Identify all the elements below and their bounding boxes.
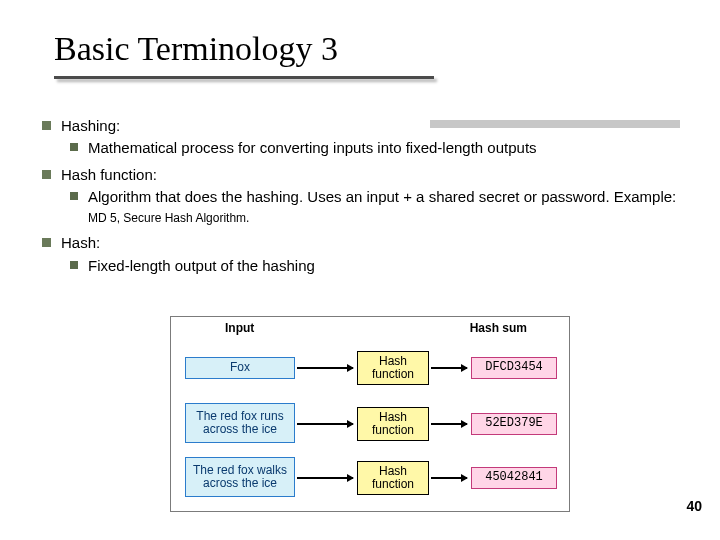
arrow-icon (431, 477, 467, 479)
square-bullet-icon (42, 121, 51, 130)
diagram-function-box: Hash function (357, 461, 429, 495)
bullet-hashfunction-def: Algorithm that does the hashing. Uses an… (70, 187, 682, 228)
bullet-hash-def: Fixed-length output of the hashing (70, 256, 682, 276)
bullet-label: Hash: (61, 233, 100, 253)
page-number: 40 (686, 498, 702, 514)
slide-title: Basic Terminology 3 (54, 30, 434, 68)
diagram-input-box: The red fox walks across the ice (185, 457, 295, 497)
bullet-text: Algorithm that does the hashing. Uses an… (88, 187, 682, 228)
diagram-function-box: Hash function (357, 407, 429, 441)
diagram-input-box: Fox (185, 357, 295, 379)
arrow-icon (297, 477, 353, 479)
arrow-icon (431, 423, 467, 425)
bullet-label: Hash function: (61, 165, 157, 185)
square-bullet-icon (42, 238, 51, 247)
title-underline (54, 76, 434, 79)
square-bullet-icon (70, 192, 78, 200)
title-block: Basic Terminology 3 (54, 30, 434, 79)
diagram-heading-input: Input (225, 321, 254, 335)
diagram-row: The red fox walks across the ice Hash fu… (171, 457, 569, 509)
bullet-text: Fixed-length output of the hashing (88, 256, 315, 276)
arrow-icon (297, 423, 353, 425)
square-bullet-icon (42, 170, 51, 179)
hash-diagram: Input Hash sum Fox Hash function DFCD345… (170, 316, 570, 512)
diagram-row: Fox Hash function DFCD3454 (171, 347, 569, 399)
diagram-function-box: Hash function (357, 351, 429, 385)
body-text: Hashing: Mathematical process for conver… (42, 112, 682, 282)
bullet-hashing-def: Mathematical process for converting inpu… (70, 138, 682, 158)
bullet-hashing: Hashing: (42, 116, 682, 136)
bullet-hash: Hash: (42, 233, 682, 253)
diagram-output-box: 52ED379E (471, 413, 557, 435)
arrow-icon (431, 367, 467, 369)
bullet-label: Hashing: (61, 116, 120, 136)
bullet-text: Mathematical process for converting inpu… (88, 138, 537, 158)
arrow-icon (297, 367, 353, 369)
square-bullet-icon (70, 143, 78, 151)
diagram-heading-output: Hash sum (470, 321, 527, 335)
bullet-text-example: MD 5, Secure Hash Algorithm. (88, 211, 249, 225)
bullet-hashfunction: Hash function: (42, 165, 682, 185)
slide: Basic Terminology 3 Hashing: Mathematica… (0, 0, 720, 540)
diagram-output-box: 45042841 (471, 467, 557, 489)
square-bullet-icon (70, 261, 78, 269)
diagram-row: The red fox runs across the ice Hash fun… (171, 403, 569, 455)
bullet-text-main: Algorithm that does the hashing. Uses an… (88, 188, 676, 205)
diagram-input-box: The red fox runs across the ice (185, 403, 295, 443)
diagram-output-box: DFCD3454 (471, 357, 557, 379)
